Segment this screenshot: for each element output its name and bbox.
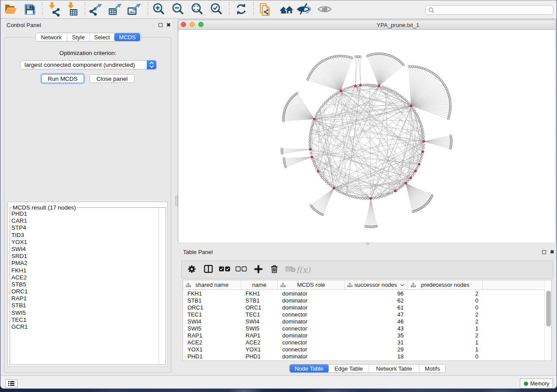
mcds-result-item[interactable]: ACE2 — [11, 274, 156, 281]
table-row[interactable]: FKH1FKH1dominator962 — [183, 290, 544, 297]
cell: connector — [278, 339, 345, 346]
column-header-predecessor-nodes[interactable]: predecessor nodes — [408, 280, 483, 289]
function-builder-button[interactable]: f(x) — [297, 261, 309, 278]
tree-icon — [411, 283, 416, 287]
optimization-select[interactable]: largest connected component (undirected) — [20, 60, 156, 69]
table-scrollbar-thumb[interactable] — [546, 291, 551, 327]
select-all-columns-button[interactable] — [218, 261, 231, 278]
mcds-result-item[interactable]: CAR1 — [11, 217, 156, 224]
close-table-panel-icon[interactable]: ✖ — [550, 250, 554, 254]
table-row[interactable]: ACE2ACE2connector311 — [183, 339, 544, 346]
result-scrollbar[interactable] — [159, 208, 159, 364]
delete-column-button[interactable] — [268, 261, 280, 278]
app-window: Control Panel ✖ NetworkStyleSelectMCDS O… — [0, 0, 557, 389]
table-row[interactable]: SWI5SWI5connector431 — [183, 325, 544, 332]
cell: STB1 — [241, 297, 278, 304]
save-session-button[interactable] — [21, 1, 38, 18]
float-panel-icon[interactable] — [159, 23, 163, 27]
window-minimize-icon[interactable] — [190, 22, 195, 27]
export-table-button[interactable] — [107, 1, 124, 18]
table-row[interactable]: RAP1RAP1dominator352 — [183, 332, 544, 339]
optimization-value: largest connected component (undirected) — [24, 62, 135, 68]
mcds-result-item[interactable]: TID3 — [11, 232, 156, 239]
table-row[interactable]: YOX1YOX1connector291 — [183, 346, 544, 353]
zoom-fit-button[interactable] — [189, 1, 205, 18]
open-file-button[interactable] — [2, 1, 19, 18]
table-row[interactable]: SWI4SWI4dominator462 — [183, 318, 544, 325]
zoom-selected-button[interactable] — [208, 1, 225, 18]
close-panel-icon[interactable]: ✖ — [166, 23, 171, 27]
task-history-button[interactable] — [5, 379, 17, 388]
network-window-titlebar[interactable]: YPA_prune.txt_1 — [178, 20, 556, 30]
tree-icon — [280, 283, 286, 287]
mcds-result-item[interactable]: STB5 — [11, 281, 156, 288]
tab-node-table[interactable]: Node Table — [290, 364, 329, 372]
toggle-column-panel-button[interactable] — [202, 261, 214, 278]
close-panel-button[interactable]: Close panel — [90, 74, 135, 83]
mcds-result-item[interactable]: STP4 — [11, 224, 156, 231]
delete-table-button[interactable] — [284, 261, 297, 278]
manage-networks-button[interactable] — [256, 1, 273, 18]
zoom-in-button[interactable] — [150, 1, 167, 18]
plus-icon — [254, 265, 263, 275]
table-delete-icon — [285, 266, 296, 274]
import-network-button[interactable] — [46, 1, 62, 18]
tab-mcds[interactable]: MCDS — [114, 33, 140, 41]
memory-button[interactable]: Memory — [520, 378, 553, 389]
run-mcds-button[interactable]: Run MCDS — [42, 74, 84, 83]
mcds-result-item[interactable]: PMA2 — [11, 260, 156, 267]
mcds-result-item[interactable]: PHD1 — [11, 210, 156, 217]
table-settings-button[interactable] — [186, 261, 198, 278]
network-canvas[interactable] — [178, 30, 556, 242]
cell: 61 — [345, 304, 408, 311]
mcds-result-item[interactable]: YOX1 — [11, 239, 156, 246]
float-table-panel-icon[interactable] — [542, 250, 546, 254]
horizontal-split-handle[interactable] — [366, 243, 369, 245]
table-row[interactable]: STB1STB1dominator620 — [183, 297, 544, 304]
cell: YOX1 — [241, 346, 278, 353]
column-header-MCDS-role[interactable]: MCDS role — [278, 280, 345, 289]
mcds-result-item[interactable]: SWI4 — [11, 246, 156, 253]
window-zoom-icon[interactable] — [198, 22, 204, 27]
search-input[interactable] — [435, 6, 553, 14]
tab-network-table[interactable]: Network Table — [369, 364, 420, 372]
import-table-button[interactable] — [64, 1, 81, 18]
unselect-all-columns-button[interactable] — [235, 261, 247, 278]
search-box[interactable] — [425, 5, 554, 15]
mcds-result-item[interactable]: FKH1 — [11, 267, 156, 274]
table-row[interactable]: ORC1ORC1dominator610 — [183, 304, 544, 311]
cell — [483, 297, 544, 304]
mcds-result-list[interactable]: PHD1CAR1STP4TID3YOX1SWI4SRD1PMA2FKH1ACE2… — [11, 210, 156, 330]
table-scrollbar[interactable] — [544, 280, 551, 361]
tab-style[interactable]: Style — [67, 33, 90, 41]
mcds-result-item[interactable]: SWI5 — [11, 309, 156, 316]
tab-select[interactable]: Select — [90, 33, 114, 41]
column-header-empty[interactable] — [483, 280, 544, 289]
cell: 18 — [345, 353, 408, 360]
table-row[interactable]: TEC1TEC1connector472 — [183, 311, 544, 318]
apply-layout-button[interactable] — [233, 1, 249, 18]
mcds-result-item[interactable]: TEC1 — [11, 316, 156, 323]
mcds-result-item[interactable]: GCR1 — [11, 323, 156, 330]
column-header-name[interactable]: name — [241, 280, 278, 289]
tab-motifs[interactable]: Motifs — [419, 364, 445, 372]
create-column-button[interactable] — [252, 261, 264, 278]
hide-button[interactable] — [296, 1, 312, 18]
table-row[interactable]: PHD1PHD1dominator180 — [183, 353, 544, 360]
window-close-icon[interactable] — [181, 22, 186, 27]
tab-edge-table[interactable]: Edge Table — [329, 364, 369, 372]
horizontal-split-divider[interactable] — [178, 242, 556, 245]
mcds-result-item[interactable]: SRD1 — [11, 253, 156, 260]
column-header-shared-name[interactable]: shared name — [183, 280, 241, 289]
mcds-result-item[interactable]: ORC1 — [11, 288, 156, 295]
column-header-successor-nodes[interactable]: successor nodes — [345, 280, 408, 289]
search-icon — [428, 7, 435, 14]
show-button[interactable] — [316, 1, 333, 18]
export-network-button[interactable] — [88, 1, 104, 18]
mcds-result-item[interactable]: RAP1 — [11, 295, 156, 302]
mcds-result-item[interactable]: STB1 — [11, 302, 156, 309]
tab-network[interactable]: Network — [36, 33, 67, 41]
zoom-out-button[interactable] — [170, 1, 186, 18]
export-image-button[interactable] — [126, 1, 143, 18]
search-sites-button[interactable] — [278, 1, 295, 18]
